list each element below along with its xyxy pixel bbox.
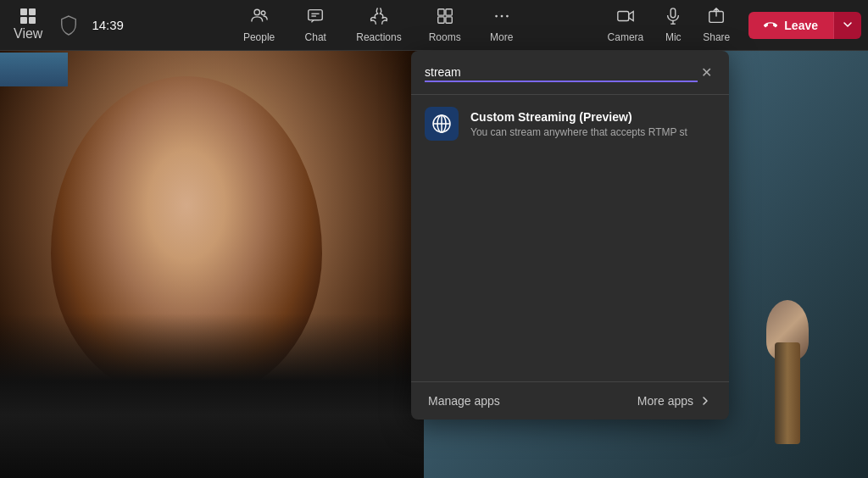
- chat-icon: [306, 7, 325, 28]
- mic-button[interactable]: Mic: [655, 2, 691, 48]
- svg-point-0: [254, 9, 259, 14]
- manage-apps-label: Manage apps: [428, 394, 500, 408]
- manage-apps-link[interactable]: Manage apps: [428, 394, 500, 408]
- microphone-stand: [749, 275, 817, 444]
- reactions-nav-button[interactable]: Reactions: [342, 2, 415, 48]
- camera-label: Camera: [608, 31, 644, 43]
- more-apps-link[interactable]: More apps: [637, 394, 712, 408]
- streaming-app-icon: [425, 107, 459, 141]
- people-icon: [250, 7, 269, 28]
- leave-dropdown-button[interactable]: [833, 12, 861, 39]
- globe-icon: [431, 114, 452, 134]
- svg-rect-2: [309, 10, 323, 20]
- topbar-center: People Chat Reactions: [159, 2, 599, 48]
- shield-icon: [59, 14, 78, 36]
- search-box: ✕: [411, 51, 729, 95]
- camera-button[interactable]: Camera: [599, 2, 653, 48]
- mic-label: Mic: [665, 31, 682, 43]
- svg-rect-7: [437, 17, 443, 23]
- people-nav-button[interactable]: People: [230, 2, 288, 48]
- leave-label: Leave: [784, 19, 818, 32]
- svg-point-9: [495, 15, 498, 18]
- search-result-item[interactable]: Custom Streaming (Preview) You can strea…: [411, 95, 729, 153]
- share-label: Share: [703, 31, 730, 43]
- view-button[interactable]: View: [7, 5, 49, 45]
- more-nav-button[interactable]: More: [475, 2, 529, 48]
- more-apps-label: More apps: [637, 394, 693, 408]
- panel-footer: Manage apps More apps: [411, 381, 729, 420]
- svg-point-1: [261, 11, 265, 15]
- svg-rect-12: [618, 12, 629, 21]
- svg-rect-13: [671, 8, 676, 18]
- clock-display: 14:39: [92, 18, 124, 32]
- camera-icon: [616, 7, 635, 28]
- more-label: More: [490, 31, 513, 43]
- participant-video: [0, 51, 424, 478]
- topbar-right: Camera Mic Share: [599, 2, 861, 48]
- panel-empty-space: [411, 153, 729, 381]
- app-search-panel: ✕ Custom Streaming (Preview) You can str…: [411, 51, 729, 420]
- view-label: View: [14, 26, 42, 42]
- reactions-label: Reactions: [356, 31, 401, 43]
- result-title: Custom Streaming (Preview): [470, 110, 687, 124]
- leave-button-group: Leave: [748, 12, 861, 39]
- rooms-label: Rooms: [429, 31, 461, 43]
- svg-rect-6: [446, 9, 452, 15]
- phone-icon: [764, 19, 777, 32]
- more-icon: [492, 7, 511, 28]
- chat-label: Chat: [305, 31, 326, 43]
- top-left-decoration: [0, 53, 68, 86]
- rooms-icon: [436, 7, 454, 28]
- topbar: View 14:39 People: [0, 0, 868, 51]
- topbar-left: View 14:39: [7, 5, 159, 45]
- search-clear-button[interactable]: ✕: [698, 61, 715, 84]
- result-description: You can stream anywhere that accepts RTM…: [470, 126, 687, 138]
- chevron-down-icon: [843, 19, 853, 30]
- svg-rect-8: [446, 17, 452, 23]
- mic-icon: [664, 7, 682, 28]
- rooms-nav-button[interactable]: Rooms: [415, 2, 475, 48]
- chevron-right-icon: [698, 394, 712, 408]
- reactions-icon: [370, 7, 388, 28]
- share-button[interactable]: Share: [694, 2, 738, 48]
- svg-rect-5: [437, 9, 443, 15]
- people-label: People: [243, 31, 275, 43]
- search-input[interactable]: [425, 64, 698, 82]
- svg-point-10: [500, 15, 503, 18]
- svg-point-11: [506, 15, 509, 18]
- grid-icon: [20, 8, 36, 24]
- share-icon: [707, 7, 726, 28]
- chat-nav-button[interactable]: Chat: [288, 2, 342, 48]
- leave-button[interactable]: Leave: [748, 12, 833, 39]
- result-text: Custom Streaming (Preview) You can strea…: [470, 110, 687, 138]
